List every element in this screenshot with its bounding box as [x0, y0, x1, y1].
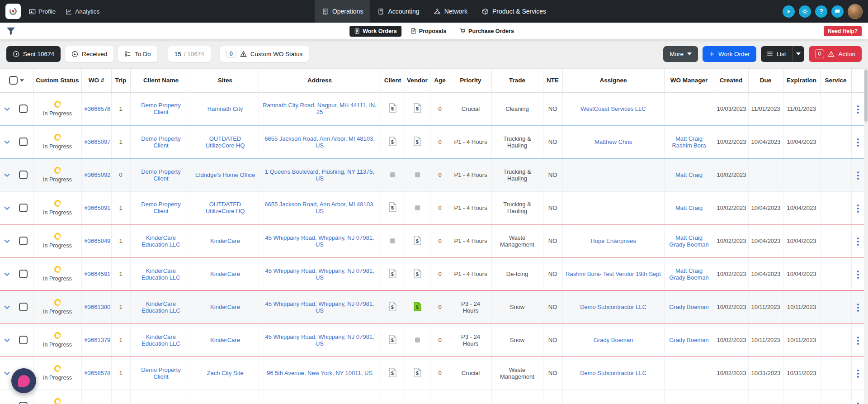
vendor-invoice-icon[interactable] [415, 336, 420, 345]
col-header-client-name[interactable]: Client Name [130, 69, 192, 92]
row-expand-chevron-down-icon[interactable] [4, 337, 10, 343]
col-header-nte[interactable]: NTE [543, 69, 562, 92]
list-view-button[interactable]: List [761, 46, 792, 62]
vendor-invoice-icon[interactable]: $ [414, 302, 421, 311]
row-expand-chevron-down-icon[interactable] [4, 204, 10, 211]
sent-filter-button[interactable]: Sent 10674 [6, 46, 61, 62]
assignee-link[interactable]: Grady Boeman [594, 337, 633, 343]
action-button[interactable]: 0 Action [809, 46, 862, 62]
tab-work-orders[interactable]: Work Orders [349, 26, 401, 37]
address-link[interactable]: 45 Whippany Road, Whippany, NJ 07981, US [265, 267, 374, 281]
row-checkbox[interactable] [19, 138, 28, 146]
vendor-invoice-icon[interactable] [415, 203, 420, 212]
row-checkbox[interactable] [19, 336, 28, 344]
client-name-link[interactable]: Demo Property Client [141, 168, 180, 182]
vendor-invoice-icon[interactable]: $ [414, 103, 421, 113]
address-link[interactable]: 1 Queens Boulevard, Flushing, NY 11375, … [265, 168, 374, 182]
col-header-vendor[interactable]: Vendor [405, 69, 430, 92]
col-header-assignee[interactable]: Assignee [562, 69, 664, 92]
row-expand-chevron-down-icon[interactable] [4, 271, 10, 277]
wo-manager-link[interactable]: Matt Craig [675, 171, 703, 178]
nav-analytics[interactable]: Analytics [66, 8, 99, 15]
row-menu-kebab-icon[interactable] [855, 169, 861, 182]
client-invoice-icon[interactable]: $ [389, 335, 396, 344]
address-link[interactable]: 6655 Jackson Road, Ann Arbor, MI 48103, … [264, 201, 375, 214]
col-header-service[interactable]: Service [820, 69, 851, 92]
select-all-caret-icon[interactable] [20, 76, 24, 83]
nav-operations[interactable]: Operations [315, 0, 370, 23]
row-checkbox[interactable] [19, 237, 28, 245]
vendor-invoice-icon[interactable] [415, 171, 420, 180]
wo-number-link[interactable]: #3661380 [85, 304, 111, 310]
tab-proposals[interactable]: Proposals [406, 26, 451, 37]
row-checkbox[interactable] [19, 270, 28, 278]
client-name-link[interactable]: KinderCare Education LLC [142, 267, 180, 281]
wo-manager-link[interactable]: Grady Boeman [669, 304, 708, 310]
new-work-order-button[interactable]: Work Order [703, 46, 756, 62]
user-avatar[interactable] [848, 4, 863, 19]
address-link[interactable]: 45 Whippany Road, Whippany, NJ 07981, US [265, 300, 374, 314]
col-header-expiration[interactable]: Expiration [783, 69, 820, 92]
nav-accounting[interactable]: Accounting [370, 0, 426, 23]
wo-manager-link[interactable]: Matt Craig Rashim Bora [672, 135, 706, 149]
col-header-priority[interactable]: Priority [450, 69, 491, 92]
wo-number-link[interactable]: #3665049 [85, 238, 111, 244]
col-header-due[interactable]: Due [748, 69, 783, 92]
client-invoice-icon[interactable] [390, 171, 395, 180]
col-header-sites[interactable]: Sites [192, 69, 259, 92]
wo-manager-link[interactable]: Matt Craig [675, 204, 703, 211]
wo-manager-link[interactable]: Grady Boeman [669, 337, 708, 343]
row-menu-kebab-icon[interactable] [855, 202, 861, 215]
client-name-link[interactable]: KinderCare Education LLC [142, 333, 180, 347]
client-invoice-icon[interactable]: $ [389, 368, 396, 377]
row-menu-kebab-icon[interactable] [855, 400, 861, 404]
row-expand-chevron-down-icon[interactable] [4, 304, 10, 310]
nav-network[interactable]: Network [427, 0, 475, 23]
select-all-checkbox[interactable] [9, 76, 18, 85]
wo-number-link[interactable]: #3665091 [85, 204, 111, 211]
site-link[interactable]: KinderCare [210, 337, 240, 343]
assignee-link[interactable]: Matthew Chris [594, 138, 632, 145]
play-button[interactable] [783, 5, 795, 18]
client-invoice-icon[interactable]: $ [389, 269, 396, 278]
col-header-custom-status[interactable]: Custom Status [33, 69, 81, 92]
help-button[interactable]: ? [815, 5, 827, 18]
row-expand-chevron-down-icon[interactable] [4, 238, 10, 244]
client-name-link[interactable]: Demo Property Client [141, 135, 180, 149]
col-header-wo-manager[interactable]: WO Manager [664, 69, 714, 92]
settings-button[interactable] [799, 5, 811, 18]
custom-wo-status-button[interactable]: 0 Custom WO Status [220, 46, 309, 62]
row-menu-kebab-icon[interactable] [855, 268, 861, 281]
row-menu-kebab-icon[interactable] [855, 367, 861, 380]
more-dropdown-button[interactable]: More [663, 46, 698, 62]
client-name-link[interactable]: Demo Property Client [141, 201, 180, 214]
client-invoice-icon[interactable]: $ [389, 103, 396, 113]
col-header-wo-number[interactable]: WO # [81, 69, 111, 92]
chat-widget-button[interactable] [11, 368, 36, 393]
row-checkbox[interactable] [19, 303, 28, 311]
todo-filter-button[interactable]: To Do [118, 46, 157, 62]
row-menu-kebab-icon[interactable] [855, 103, 861, 116]
vendor-invoice-icon[interactable]: $ [414, 137, 421, 146]
row-expand-chevron-down-icon[interactable] [4, 370, 10, 376]
row-expand-chevron-down-icon[interactable] [4, 138, 10, 145]
wo-number-link[interactable]: #3665097 [85, 138, 111, 145]
address-link[interactable]: Ramnath City Road, Nagpur, MH 44111, IN,… [263, 102, 377, 115]
site-link[interactable]: KinderCare [210, 304, 240, 310]
need-help-button[interactable]: Need Help? [824, 26, 862, 36]
assignee-link[interactable]: Hope Enterprises [590, 238, 636, 244]
address-link[interactable]: 6655 Jackson Road, Ann Arbor, MI 48103, … [264, 135, 375, 149]
nav-profile[interactable]: Profile [29, 8, 56, 15]
row-expand-chevron-down-icon[interactable] [4, 105, 10, 112]
wo-number-link[interactable]: #3658578 [85, 370, 111, 376]
vendor-invoice-icon[interactable]: $ [414, 368, 421, 377]
row-checkbox[interactable] [19, 204, 28, 212]
address-link[interactable]: 45 Whippany Road, Whippany, NJ 07981, US [265, 234, 374, 248]
wo-number-link[interactable]: #3666576 [85, 105, 111, 112]
client-name-link[interactable]: Demo Property Client [141, 102, 180, 115]
row-menu-kebab-icon[interactable] [855, 136, 861, 149]
address-link[interactable]: 96 5th Avenue, New York, NY 10011, US [267, 370, 373, 376]
assignee-link[interactable]: Demo Subcontractor LLC [580, 304, 646, 310]
site-link[interactable]: OUTDATED UtilizeCore HQ [206, 201, 245, 214]
site-link[interactable]: Zach City Site [207, 370, 244, 376]
